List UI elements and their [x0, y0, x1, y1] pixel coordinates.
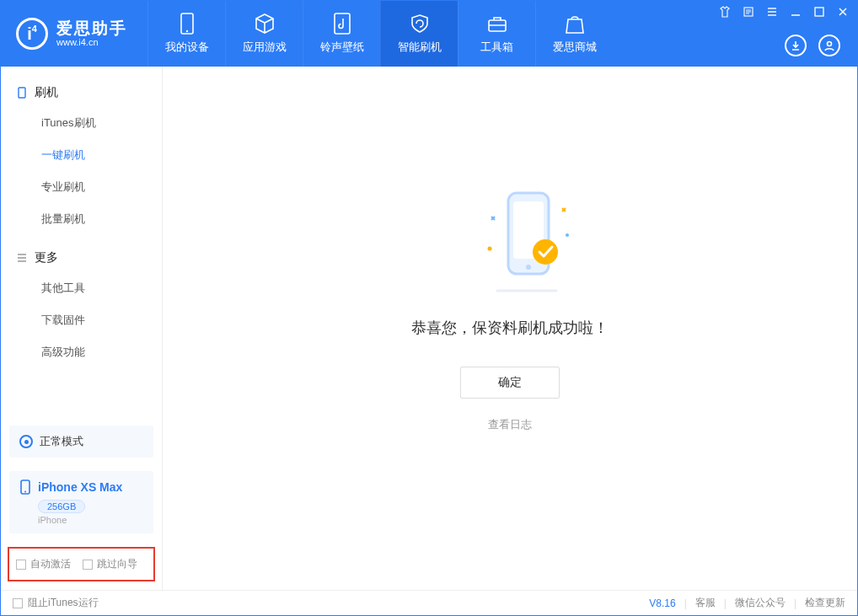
version-label: V8.16 [649, 597, 675, 609]
maximize-button[interactable] [813, 6, 825, 18]
svg-point-12 [526, 265, 531, 270]
menu-icon[interactable] [766, 6, 778, 18]
svg-rect-2 [335, 13, 350, 34]
sidebar-item-batch-flash[interactable]: 批量刷机 [1, 203, 162, 235]
sidebar-item-itunes-flash[interactable]: iTunes刷机 [1, 107, 162, 139]
toolbox-icon [486, 13, 508, 35]
sidebar-group-flash: 刷机 [1, 78, 162, 107]
nav-store[interactable]: 爱思商城 [535, 1, 613, 67]
phone-icon [16, 87, 28, 99]
close-button[interactable] [837, 6, 849, 18]
cube-icon [254, 13, 276, 35]
device-phone-icon [19, 479, 31, 495]
status-bar: 阻止iTunes运行 V8.16 | 客服 | 微信公众号 | 检查更新 [1, 590, 857, 615]
mode-indicator-icon [19, 435, 33, 448]
nav-label: 爱思商城 [553, 40, 597, 55]
account-button[interactable] [818, 35, 840, 56]
app-name-cn: 爱思助手 [56, 20, 127, 38]
device-type: iPhone [38, 515, 143, 525]
nav-toolbox[interactable]: 工具箱 [458, 1, 535, 67]
sidebar-item-download-firmware[interactable]: 下载固件 [1, 304, 162, 336]
top-nav: 我的设备 应用游戏 铃声壁纸 智能刷机 工具箱 爱思商城 [147, 1, 613, 67]
sidebar-item-advanced[interactable]: 高级功能 [1, 336, 162, 368]
checkbox-auto-activate[interactable]: 自动激活 [16, 557, 71, 571]
svg-point-14 [488, 246, 492, 250]
device-icon [176, 13, 198, 35]
app-logo: i4 爱思助手 www.i4.cn [1, 1, 147, 67]
svg-point-9 [24, 491, 26, 493]
nav-label: 智能刷机 [398, 40, 442, 55]
footer-link-wechat[interactable]: 微信公众号 [735, 596, 786, 610]
highlighted-option-row: 自动激活 跳过向导 [8, 547, 155, 581]
checkbox-label: 跳过向导 [97, 557, 137, 571]
device-capacity: 256GB [38, 500, 85, 513]
sidebar-item-oneclick-flash[interactable]: 一键刷机 [1, 139, 162, 171]
device-name: iPhone XS Max [38, 480, 122, 494]
refresh-shield-icon [409, 13, 431, 35]
nav-label: 应用游戏 [243, 40, 287, 55]
minimize-button[interactable] [790, 6, 802, 18]
main-content: 恭喜您，保资料刷机成功啦！ 确定 查看日志 [163, 67, 857, 590]
window-controls [719, 6, 849, 18]
device-info-box[interactable]: iPhone XS Max 256GB iPhone [9, 471, 153, 533]
sidebar-item-pro-flash[interactable]: 专业刷机 [1, 171, 162, 203]
logo-icon: i4 [16, 18, 48, 50]
success-message: 恭喜您，保资料刷机成功啦！ [350, 318, 670, 338]
checkbox-skip-guide[interactable]: 跳过向导 [83, 557, 137, 571]
device-mode-box[interactable]: 正常模式 [9, 426, 153, 458]
clothes-icon[interactable] [719, 6, 731, 18]
nav-label: 我的设备 [165, 40, 209, 55]
sidebar: 刷机 iTunes刷机 一键刷机 专业刷机 批量刷机 更多 其他工具 下载固件 … [1, 67, 163, 590]
success-illustration [459, 183, 560, 301]
svg-rect-5 [815, 8, 823, 16]
mode-label: 正常模式 [40, 434, 83, 449]
app-header: i4 爱思助手 www.i4.cn 我的设备 应用游戏 铃声壁纸 智能刷机 工具… [1, 1, 857, 67]
bag-icon [564, 13, 586, 35]
sidebar-item-other-tools[interactable]: 其他工具 [1, 272, 162, 304]
app-name-en: www.i4.cn [56, 37, 127, 47]
checkbox-block-itunes[interactable]: 阻止iTunes运行 [13, 596, 99, 610]
confirm-button[interactable]: 确定 [460, 367, 560, 399]
sidebar-group-more: 更多 [1, 244, 162, 272]
svg-rect-7 [19, 88, 25, 98]
sidebar-group-title: 刷机 [35, 85, 58, 100]
header-actions [785, 35, 840, 56]
checkbox-label: 自动激活 [30, 557, 71, 571]
footer-link-support[interactable]: 客服 [695, 596, 716, 610]
notepad-icon[interactable] [743, 6, 754, 18]
checkbox-icon [13, 598, 23, 608]
list-icon [16, 252, 28, 264]
footer-link-update[interactable]: 检查更新 [805, 596, 845, 610]
nav-apps-games[interactable]: 应用游戏 [225, 1, 303, 67]
svg-point-13 [533, 239, 558, 265]
nav-label: 铃声壁纸 [320, 40, 364, 55]
music-file-icon [331, 13, 353, 35]
nav-smart-flash[interactable]: 智能刷机 [380, 1, 458, 67]
nav-ringtone-wallpaper[interactable]: 铃声壁纸 [303, 1, 380, 67]
svg-point-1 [185, 30, 187, 32]
svg-point-15 [566, 233, 569, 237]
download-button[interactable] [785, 35, 807, 56]
checkbox-icon [83, 560, 93, 570]
nav-label: 工具箱 [480, 40, 513, 55]
sidebar-group-title: 更多 [35, 250, 58, 265]
view-log-link[interactable]: 查看日志 [350, 417, 670, 432]
checkbox-label: 阻止iTunes运行 [28, 596, 99, 610]
nav-my-device[interactable]: 我的设备 [147, 1, 225, 67]
checkbox-icon [16, 560, 26, 570]
svg-point-6 [828, 42, 832, 46]
